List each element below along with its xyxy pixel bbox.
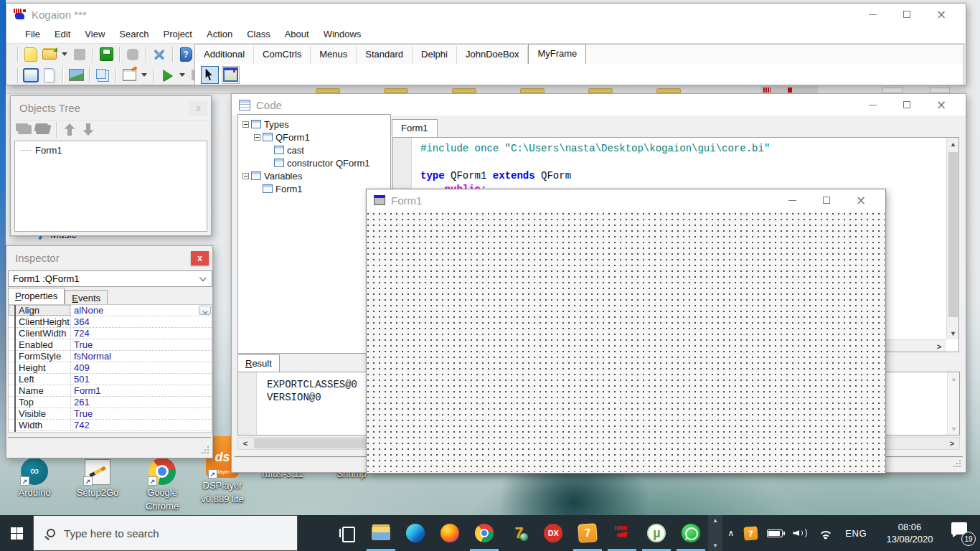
scroll-up-icon[interactable]: ▲ [948, 372, 960, 385]
property-value[interactable]: fsNormal [70, 351, 212, 362]
property-row-height[interactable]: Height409 [9, 362, 212, 374]
help-icon[interactable] [177, 46, 194, 63]
taskbar-app-chrome[interactable] [467, 515, 501, 551]
property-row-name[interactable]: NameForm1 [9, 385, 212, 397]
dropdown-button[interactable] [199, 306, 211, 315]
menu-project[interactable]: Project [156, 27, 199, 42]
collapse-expander-icon[interactable] [254, 134, 260, 141]
result-tab[interactable]: Result [237, 354, 280, 372]
property-row-width[interactable]: Width742 [9, 420, 212, 431]
property-row-top[interactable]: Top261 [9, 397, 212, 408]
image-icon[interactable] [67, 67, 85, 84]
minimize-button[interactable] [775, 190, 809, 210]
folder1-icon[interactable] [16, 121, 33, 138]
save-icon[interactable] [98, 46, 115, 63]
arrow-down-icon[interactable] [80, 121, 97, 138]
menu-windows[interactable]: Windows [316, 27, 369, 42]
form-design-surface[interactable] [367, 212, 885, 472]
taskbar-app-seven-notes[interactable]: 7 [570, 515, 605, 551]
property-value[interactable]: True [70, 408, 212, 419]
search-input[interactable] [64, 527, 279, 540]
volume-icon[interactable] [793, 527, 809, 539]
taskbar-app-whatsapp[interactable] [674, 515, 708, 551]
object-selector-combo[interactable]: Form1 :QForm1 [8, 270, 212, 287]
wifi-icon[interactable] [819, 528, 833, 539]
menu-search[interactable]: Search [112, 27, 156, 42]
taskbar-app-file-explorer[interactable] [364, 515, 398, 551]
properties-icon[interactable] [121, 67, 138, 84]
form-icon[interactable] [22, 67, 39, 84]
code-tree-node[interactable]: Types [238, 118, 390, 131]
dropdown-caret-icon[interactable] [179, 73, 185, 77]
task-view-button[interactable] [331, 515, 364, 551]
tools-icon[interactable] [151, 46, 168, 63]
maximize-button[interactable] [890, 95, 924, 115]
open-icon[interactable] [41, 46, 58, 63]
dropdown-caret-icon[interactable] [141, 73, 147, 77]
minimize-button[interactable] [855, 95, 890, 115]
palette-tab-comctrls[interactable]: ComCtrls [254, 46, 311, 64]
palette-tab-menus[interactable]: Menus [311, 46, 357, 64]
result-vertical-scrollbar[interactable]: ▲ ▼ [947, 372, 959, 435]
property-value[interactable]: 742 [70, 420, 212, 430]
maximize-button[interactable] [809, 190, 844, 210]
overflow-down-icon[interactable]: ▼ [712, 542, 718, 549]
taskbar-overflow[interactable]: ▲ ▼ [708, 515, 722, 551]
battery-icon[interactable] [767, 529, 783, 537]
palette-tab-johndoebox[interactable]: JohnDoeBox [457, 46, 528, 64]
inspector-titlebar[interactable]: Inspector x [6, 246, 212, 270]
desktop-icon-google-chrome[interactable]: ↗GoogleChrome [132, 451, 192, 512]
property-row-formstyle[interactable]: FormStylefsNormal [9, 351, 212, 362]
scroll-down-icon[interactable]: ▼ [948, 423, 960, 435]
taskbar-search[interactable] [33, 515, 298, 551]
resize-grip[interactable] [953, 459, 961, 468]
taskbar-app-dx[interactable]: DX [536, 515, 570, 551]
menu-file[interactable]: File [18, 27, 47, 42]
taskbar-app-kogaion[interactable] [605, 515, 639, 551]
property-value[interactable]: 261 [70, 397, 212, 408]
property-row-clientheight[interactable]: ClientHeight364 [9, 316, 212, 328]
objects-tree-titlebar[interactable]: Objects Tree x [11, 96, 211, 120]
property-value[interactable]: 409 [70, 362, 212, 373]
palette-tab-myframe[interactable]: MyFrame [528, 44, 586, 64]
property-value[interactable]: 724 [70, 328, 212, 339]
menu-view[interactable]: View [77, 27, 112, 42]
resize-grip[interactable] [201, 446, 209, 454]
language-indicator[interactable]: ENG [845, 528, 867, 539]
arrow-up-icon[interactable] [61, 121, 78, 138]
new-icon[interactable] [22, 46, 39, 63]
run-icon[interactable] [159, 67, 176, 84]
taskbar-app-utorrent[interactable]: µ [639, 515, 674, 551]
property-row-left[interactable]: Left501 [9, 374, 212, 385]
code-tree-node[interactable]: QForm1 [238, 131, 390, 143]
form-titlebar[interactable]: Form1 × [367, 189, 885, 211]
clock[interactable]: 08:06 13/08/2020 [880, 521, 940, 545]
objects-tree-item-form1[interactable]: Form1 [15, 141, 207, 156]
collapse-expander-icon[interactable] [242, 121, 249, 128]
property-row-visible[interactable]: VisibleTrue [9, 408, 212, 420]
property-value[interactable]: 364 [70, 316, 212, 327]
dropdown-caret-icon[interactable] [62, 52, 67, 56]
menu-class[interactable]: Class [240, 27, 278, 42]
property-value[interactable]: True [70, 339, 212, 350]
copies-icon[interactable] [94, 67, 111, 84]
tab-events[interactable]: Events [65, 290, 108, 304]
page-icon[interactable] [41, 67, 58, 84]
scroll-up-icon[interactable]: ▲ [947, 138, 959, 150]
action-center-button[interactable]: 19 [946, 519, 977, 547]
scroll-left-icon[interactable]: < [240, 438, 251, 448]
property-value[interactable]: alNone [70, 305, 212, 316]
property-row-enabled[interactable]: EnabledTrue [9, 339, 212, 351]
taskbar-app-firefox[interactable] [433, 515, 467, 551]
folder2-icon[interactable] [34, 121, 52, 138]
main-titlebar[interactable]: Kogaion *** × [6, 4, 966, 25]
property-value[interactable]: Form1 [70, 385, 212, 396]
taskbar-app-edge[interactable] [398, 515, 433, 551]
code-tree-node[interactable]: cast [238, 143, 390, 156]
collapse-expander-icon[interactable] [242, 173, 249, 179]
palette-tool-cursor[interactable] [201, 66, 219, 84]
close-icon[interactable]: x [189, 101, 207, 116]
property-row-clientwidth[interactable]: ClientWidth724 [9, 328, 212, 339]
menu-action[interactable]: Action [199, 27, 240, 42]
tray-seven-icon[interactable]: 7 [744, 526, 758, 540]
